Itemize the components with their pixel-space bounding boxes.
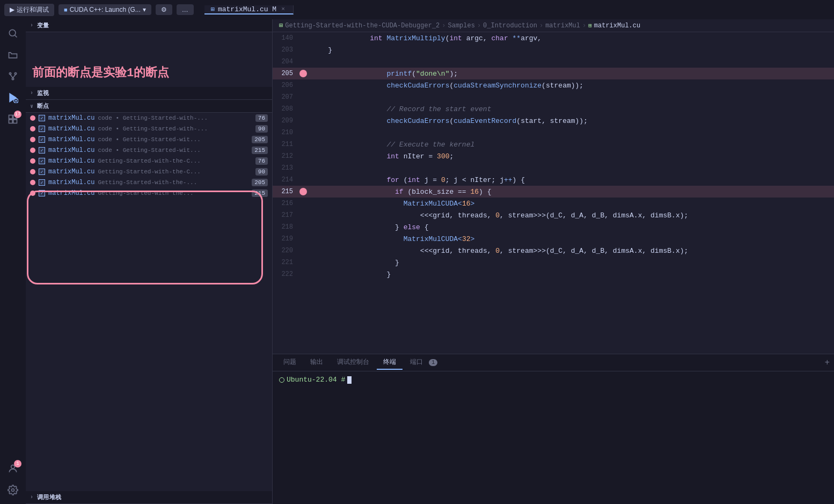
bp-dot: [30, 180, 35, 185]
tab-terminal[interactable]: 终端: [377, 355, 403, 370]
svg-line-6: [13, 75, 16, 78]
activity-bar: 17 1: [0, 19, 26, 504]
accounts-badge: 1: [14, 460, 21, 468]
terminal-content: Ubuntu-22.04 #: [273, 371, 834, 504]
bp-dot: [30, 169, 35, 174]
chevron-down-icon: ▾: [143, 6, 146, 13]
code-lines: 140 int MatrixMultiply(int argc, char **…: [273, 32, 834, 354]
breakpoint-item-2[interactable]: ✓ matrixMul.cu code • Getting-Started-wi…: [26, 134, 272, 145]
svg-point-14: [12, 489, 14, 492]
editor-content: 140 int MatrixMultiply(int argc, char **…: [273, 32, 834, 504]
svg-point-4: [12, 78, 13, 79]
titlebar: ▶ 运行和调试 ■ CUDA C++: Launch (G... ▾ ⚙ … ⊞…: [0, 0, 834, 19]
breakpoint-item-1[interactable]: ✓ matrixMul.cu code • Getting-Started-wi…: [26, 123, 272, 134]
activity-accounts[interactable]: 1: [3, 459, 23, 478]
chevron-right-icon-watch: ›: [30, 90, 34, 96]
code-line-140: 140 int MatrixMultiply(int argc, char **…: [273, 32, 834, 44]
add-terminal-button[interactable]: +: [824, 358, 830, 368]
svg-rect-12: [13, 120, 17, 123]
svg-line-5: [10, 75, 13, 78]
breakpoint-item-5[interactable]: ✓ matrixMul.cu Getting-Started-with-the-…: [26, 166, 272, 177]
activity-explorer[interactable]: [3, 45, 23, 64]
gear-button[interactable]: ⚙: [156, 4, 172, 15]
activity-settings[interactable]: [3, 480, 23, 500]
editor-area: ⊞ Getting-Started-with-the-CUDA-Debugger…: [273, 19, 834, 504]
tab-problems[interactable]: 问题: [277, 355, 303, 370]
breakpoint-item-6[interactable]: ✓ matrixMul.cu Getting-Started-with-the-…: [26, 177, 272, 188]
chevron-down-icon-bp: ∨: [30, 103, 34, 109]
breakpoint-item-4[interactable]: ✓ matrixMul.cu Getting-Started-with-the-…: [26, 156, 272, 166]
run-debug-button[interactable]: ▶ 运行和调试: [4, 4, 54, 16]
code-line-212: 212 int nIter = 300;: [273, 150, 834, 162]
bp-checkbox[interactable]: ✓: [39, 169, 45, 175]
breakpoints-list: ✓ matrixMul.cu code • Getting-Started-wi…: [26, 113, 272, 491]
tab-output[interactable]: 输出: [304, 355, 330, 370]
launch-config-button[interactable]: ■ CUDA C++: Launch (G... ▾: [58, 4, 151, 15]
tab-close-button[interactable]: ×: [280, 5, 287, 13]
sidebar-panel: › 变量 前面的断点是实验1的断点 › 监视 ∨ 断点 ✓ matrixMul.…: [26, 19, 273, 504]
tab-matrixmul[interactable]: ⊞ matrixMul.cu M ×: [204, 5, 294, 14]
code-area[interactable]: 140 int MatrixMultiply(int argc, char **…: [273, 32, 834, 354]
svg-point-0: [9, 30, 16, 36]
breadcrumb-icon: ⊞: [279, 21, 283, 30]
bp-dot: [30, 158, 35, 164]
bp-indicator-205: [299, 70, 307, 77]
run-icon: ▶: [10, 6, 14, 13]
chevron-right-icon: ›: [30, 23, 34, 28]
breakpoint-item-7[interactable]: ✓ matrixMul.cu Getting-Started-with the.…: [26, 188, 272, 199]
svg-point-3: [14, 72, 16, 74]
bp-dot: [30, 191, 35, 196]
bp-checkbox[interactable]: ✓: [39, 179, 45, 186]
bp-dot: [30, 115, 35, 121]
code-line-209: 209 checkCudaErrors(cudaEventRecord(star…: [273, 115, 834, 127]
callstack-section-header[interactable]: › 调用堆栈: [26, 491, 272, 504]
bp-checkbox[interactable]: ✓: [39, 158, 45, 164]
bp-indicator-215: [299, 188, 307, 195]
annotation-overlay: 前面的断点是实验1的断点: [26, 32, 272, 87]
activity-run-debug[interactable]: [3, 88, 23, 107]
activity-source-control[interactable]: [3, 67, 23, 86]
bp-dot: [30, 137, 35, 142]
ellipsis-button[interactable]: …: [177, 4, 194, 15]
activity-extensions[interactable]: 17: [3, 109, 23, 129]
watch-section-header[interactable]: › 监视: [26, 87, 272, 100]
breakpoint-item-0[interactable]: ✓ matrixMul.cu code • Getting-Started-wi…: [26, 113, 272, 123]
variables-section-header[interactable]: › 变量: [26, 19, 272, 32]
tab-ports[interactable]: 端口 1: [404, 355, 444, 370]
main-layout: 17 1 › 变量 前面的断点是: [0, 19, 834, 504]
svg-rect-11: [9, 120, 13, 123]
prompt-circle-icon: [279, 377, 284, 383]
terminal-prompt: Ubuntu-22.04 #: [279, 376, 828, 384]
terminal-panel: 问题 输出 调试控制台 终端 端口 1 + Ubuntu-22.04 #: [273, 354, 834, 504]
breakpoint-item-3[interactable]: ✓ matrixMul.cu code • Getting-Started-wi…: [26, 145, 272, 156]
svg-rect-9: [9, 115, 13, 119]
bp-checkbox[interactable]: ✓: [39, 115, 45, 121]
code-line-222: 222 }: [273, 268, 834, 280]
activity-search[interactable]: [3, 24, 23, 43]
bp-checkbox[interactable]: ✓: [39, 147, 45, 154]
breadcrumb: ⊞ Getting-Started-with-the-CUDA-Debugger…: [273, 19, 834, 32]
breakpoints-section-header[interactable]: ∨ 断点: [26, 100, 272, 113]
cuda-icon: ⊞: [211, 5, 215, 13]
code-line-203: 203 }: [273, 44, 834, 56]
bp-dot: [30, 126, 35, 132]
bp-checkbox[interactable]: ✓: [39, 190, 45, 196]
terminal-tabs: 问题 输出 调试控制台 终端 端口 1 +: [273, 354, 834, 371]
ports-badge: 1: [429, 359, 437, 366]
chevron-right-icon-cs: ›: [30, 494, 34, 500]
terminal-cursor: [347, 376, 352, 384]
tab-debug-console[interactable]: 调试控制台: [331, 355, 376, 370]
bp-checkbox[interactable]: ✓: [39, 136, 45, 143]
bp-dot: [30, 148, 35, 153]
svg-line-1: [15, 35, 17, 38]
extensions-badge: 17: [14, 111, 21, 118]
code-line-206: 206 checkCudaErrors(cudaStreamSynchroniz…: [273, 79, 834, 91]
svg-point-2: [9, 72, 11, 74]
bp-checkbox[interactable]: ✓: [39, 126, 45, 132]
